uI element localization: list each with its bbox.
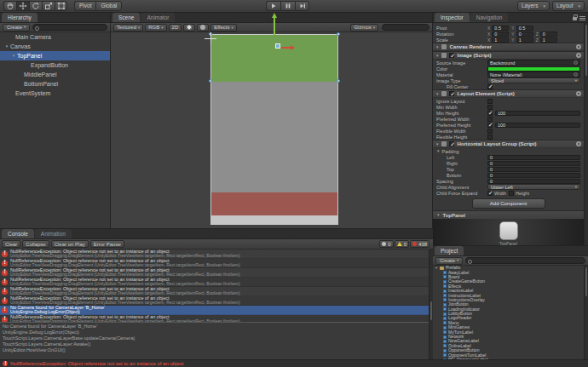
pause-button[interactable] — [280, 1, 295, 11]
source-image-field[interactable]: Background — [487, 60, 580, 66]
gear-icon[interactable] — [576, 91, 581, 96]
audio-toggle-button[interactable] — [197, 24, 209, 32]
gear-icon[interactable] — [576, 44, 581, 49]
y-axis-gizmo[interactable] — [274, 18, 275, 35]
value-field[interactable]: 100 — [495, 123, 580, 128]
hand-tool-button[interactable] — [3, 1, 16, 11]
layers-dropdown[interactable]: Layers — [517, 1, 550, 11]
checkbox[interactable] — [487, 123, 493, 128]
checkbox[interactable] — [487, 99, 493, 104]
info-count-toggle[interactable]: 0 — [379, 240, 393, 248]
foldout-arrow-icon[interactable]: ▼ — [435, 266, 438, 270]
foldout-arrow-icon[interactable]: ▼ — [435, 54, 439, 58]
pivot-y-field[interactable]: 0.5 — [516, 26, 533, 31]
tab-hierarchy[interactable]: Hierarchy — [2, 13, 37, 22]
image-type-dropdown[interactable]: Sliced — [487, 77, 580, 83]
gear-icon[interactable] — [576, 53, 581, 58]
value-field[interactable]: 100 — [495, 111, 580, 116]
tab-navigation[interactable]: Navigation — [470, 13, 509, 22]
checkbox[interactable] — [487, 117, 493, 122]
layout-element-header[interactable]: ▼ Layout Element (Script) — [433, 89, 584, 98]
child-alignment-dropdown[interactable]: Upper Left — [487, 184, 580, 190]
global-toggle-button[interactable]: Global — [95, 1, 122, 11]
error-pause-button[interactable]: Error Pause — [90, 240, 124, 248]
padding-value-field[interactable]: 0 — [487, 173, 580, 178]
move-tool-button[interactable] — [16, 1, 29, 11]
padding-foldout-row[interactable]: ▼ Padding — [433, 148, 584, 154]
component-enabled-checkbox[interactable] — [449, 141, 454, 146]
tab-scene[interactable]: Scene — [112, 13, 140, 22]
effects-dropdown[interactable]: Effects — [210, 24, 237, 32]
project-create-button[interactable]: Create — [435, 257, 463, 265]
project-scrollbar[interactable] — [584, 266, 588, 359]
tab-animator[interactable]: Animator — [141, 13, 175, 22]
rotation-y-field[interactable]: 0 — [516, 32, 533, 37]
checkbox[interactable] — [487, 129, 493, 134]
menu-icon[interactable] — [579, 16, 585, 20]
x-axis-gizmo[interactable] — [281, 47, 291, 49]
component-enabled-checkbox[interactable] — [449, 91, 454, 96]
rect-handle-icon[interactable] — [337, 79, 340, 83]
scale-x-field[interactable]: 1 — [492, 37, 509, 43]
ui-canvas[interactable] — [210, 34, 338, 225]
padding-value-field[interactable]: 0 — [487, 161, 580, 166]
padding-value-field[interactable]: 0 — [487, 167, 580, 172]
tab-animation[interactable]: Animation — [35, 229, 72, 238]
hierarchy-item[interactable]: MiddlePanel — [0, 70, 110, 79]
hierarchy-item[interactable]: BottomPanel — [0, 79, 110, 89]
warning-count-toggle[interactable]: 0 — [395, 240, 409, 248]
console-log-entry[interactable]: NullReferenceException: Object reference… — [0, 296, 429, 306]
foldout-arrow-icon[interactable]: ▼ — [436, 149, 440, 153]
gizmo-center-handle[interactable] — [275, 43, 280, 49]
height-checkbox[interactable] — [509, 191, 514, 196]
checkbox[interactable] — [487, 105, 493, 110]
spacing-field[interactable]: 0 — [487, 179, 580, 184]
render-mode-dropdown[interactable]: RGB — [145, 24, 166, 32]
component-enabled-checkbox[interactable] — [449, 53, 454, 58]
lock-icon[interactable] — [573, 17, 577, 20]
foldout-arrow-icon[interactable]: ▼ — [435, 45, 439, 49]
foldout-arrow-icon[interactable]: ▼ — [10, 54, 17, 58]
hierarchy-search-input[interactable] — [32, 24, 107, 31]
scrollbar-thumb[interactable] — [585, 267, 587, 296]
shading-mode-dropdown[interactable]: Textured — [113, 24, 143, 32]
clear-on-play-button[interactable]: Clear on Play — [51, 240, 89, 248]
inspector-scrollbar[interactable] — [584, 23, 588, 245]
console-log-entry[interactable]: NullReferenceException: Object reference… — [0, 278, 429, 287]
scale-z-field[interactable]: 1 — [540, 37, 557, 43]
width-checkbox[interactable] — [487, 191, 493, 196]
pivot-toggle-button[interactable]: Pivot — [74, 1, 95, 11]
foldout-arrow-icon[interactable]: ▼ — [3, 44, 10, 49]
hierarchy-item[interactable]: ExpandButton — [0, 60, 110, 70]
status-bar[interactable]: NullReferenceException: Object reference… — [0, 359, 588, 367]
color-swatch[interactable] — [487, 66, 580, 72]
object-picker-icon[interactable] — [574, 72, 578, 77]
scene-viewport[interactable] — [111, 32, 432, 228]
layout-dropdown[interactable]: Layout — [552, 1, 585, 11]
pivot-gizmo-icon[interactable] — [205, 32, 216, 44]
foldout-arrow-icon[interactable]: ▼ — [435, 142, 439, 146]
play-button[interactable] — [266, 1, 280, 11]
tab-inspector[interactable]: Inspector — [435, 13, 470, 22]
gizmos-dropdown[interactable]: Gizmos — [350, 24, 378, 32]
add-component-button[interactable]: Add Component — [472, 198, 545, 209]
material-field[interactable]: None (Material) — [487, 72, 580, 77]
gear-icon[interactable] — [576, 141, 581, 146]
scrollbar-thumb[interactable] — [430, 301, 432, 320]
console-log-entry[interactable]: NullReferenceException: Object reference… — [0, 259, 429, 268]
scale-tool-button[interactable] — [42, 1, 55, 11]
lighting-toggle-button[interactable] — [183, 24, 195, 32]
console-log-entry[interactable]: NullReferenceException: Object reference… — [0, 268, 429, 278]
padding-value-field[interactable]: 0 — [487, 155, 580, 160]
rect-tool-button[interactable] — [55, 1, 67, 11]
hierarchy-item[interactable]: EventSystem — [0, 89, 110, 98]
collapse-button[interactable]: Collapse — [22, 240, 49, 248]
object-picker-icon[interactable] — [574, 60, 578, 65]
hierarchy-item[interactable]: ▼ Canvas — [0, 42, 110, 51]
preview-header[interactable]: ▼ TopPanel — [433, 210, 584, 219]
2d-toggle-button[interactable]: 2D — [169, 24, 182, 32]
foldout-arrow-icon[interactable]: ▼ — [436, 213, 440, 217]
console-log-entry[interactable]: NullReferenceException: Object reference… — [0, 315, 429, 322]
rect-handle-icon[interactable] — [337, 32, 340, 36]
console-log-entry[interactable]: NullReferenceException: Object reference… — [0, 249, 429, 259]
